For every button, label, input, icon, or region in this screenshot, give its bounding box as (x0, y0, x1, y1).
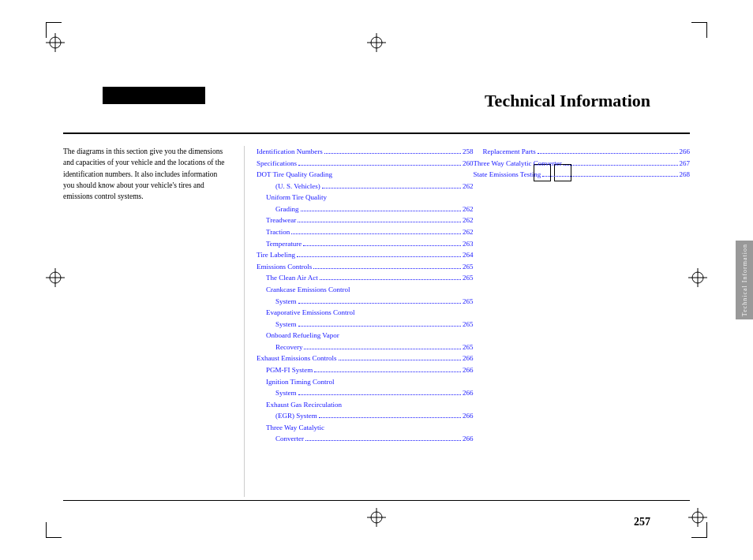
toc-page-number: 264 (463, 249, 474, 261)
toc-page-number: 266 (463, 410, 474, 422)
toc-item[interactable]: Onboard Refueling Vapor (257, 330, 474, 342)
toc-item[interactable]: Temperature263 (257, 238, 474, 250)
toc-label: Treadwear (266, 215, 296, 226)
toc-item[interactable]: Ignition Timing Control (257, 376, 474, 388)
toc-page-number: 268 (680, 169, 691, 181)
toc-page-number: 263 (463, 238, 474, 250)
toc-label: Recovery (275, 342, 302, 353)
toc-dots (303, 245, 461, 246)
toc-label: Three Way Catalytic Converter (474, 158, 562, 170)
toc-dots (298, 303, 461, 304)
toc-item[interactable]: Recovery265 (257, 342, 474, 353)
toc-label: Identification Numbers (257, 146, 323, 158)
black-rect (103, 87, 205, 104)
toc-label: Uniform Tire Quality (266, 192, 327, 203)
toc-dots (319, 417, 461, 418)
toc-page-number: 262 (463, 226, 474, 238)
toc-item[interactable]: Tire Labeling264 (257, 249, 474, 261)
toc-label: State Emissions Testing (474, 169, 541, 181)
toc-item[interactable]: Specifications260 (257, 158, 474, 170)
page: Technical Information The diagrams in th… (0, 0, 753, 560)
toc-label: Exhaust Gas Recirculation (266, 399, 342, 411)
toc-label: The Clean Air Act (266, 272, 318, 284)
toc-label: System (275, 387, 297, 399)
toc-item[interactable]: Replacement Parts266 (474, 146, 691, 158)
toc-item[interactable]: Treadwear262 (257, 215, 474, 226)
toc-dots (301, 211, 462, 211)
toc-label: Specifications (257, 158, 297, 170)
toc-label: Onboard Refueling Vapor (266, 330, 339, 342)
toc-item[interactable]: Exhaust Gas Recirculation (257, 399, 474, 411)
toc-item[interactable]: System266 (257, 387, 474, 399)
toc-label: DOT Tire Quality Grading (257, 169, 332, 181)
toc-label: System (275, 296, 297, 308)
toc-page-number: 266 (463, 364, 474, 376)
side-tab: Technical Information (736, 241, 753, 319)
toc-col-2: Replacement Parts266Three Way Catalytic … (474, 146, 691, 497)
toc-item[interactable]: The Clean Air Act265 (257, 272, 474, 284)
toc-label: (U. S. Vehicles) (275, 181, 320, 192)
toc-item[interactable]: Uniform Tire Quality (257, 192, 474, 203)
toc-dots (298, 165, 461, 166)
toc-item[interactable]: Converter266 (257, 433, 474, 445)
toc-dots (298, 222, 461, 222)
toc-label: Replacement Parts (483, 146, 536, 158)
toc-item[interactable]: Traction262 (257, 226, 474, 238)
toc-item[interactable]: System265 (257, 296, 474, 308)
main-content: The diagrams in this section give you th… (63, 146, 690, 497)
toc-item[interactable]: Exhaust Emissions Controls266 (257, 353, 474, 364)
toc-page-number: 267 (680, 158, 691, 170)
toc-label: Temperature (266, 238, 302, 250)
toc-item[interactable]: DOT Tire Quality Grading (257, 169, 474, 181)
toc-dots (298, 394, 461, 395)
toc-item[interactable]: (EGR) System266 (257, 410, 474, 422)
toc-page-number: 265 (463, 261, 474, 273)
header-rule (63, 133, 690, 134)
toc-dots (304, 349, 461, 349)
corner-mark-br-cross (688, 508, 707, 530)
toc-dots (314, 371, 461, 372)
toc-label: Exhaust Emissions Controls (257, 353, 337, 364)
toc-item[interactable]: State Emissions Testing268 (474, 169, 691, 181)
toc-label: Three Way Catalytic (266, 422, 324, 434)
header-area: Technical Information (0, 0, 753, 142)
toc-col-1: Identification Numbers258Specifications2… (257, 146, 474, 497)
toc-item[interactable]: System265 (257, 319, 474, 330)
toc-label: Ignition Timing Control (266, 376, 335, 388)
toc-label: Traction (266, 226, 290, 238)
toc-dots (313, 268, 461, 269)
toc-dots (339, 360, 461, 360)
toc-item[interactable]: Grading262 (257, 203, 474, 215)
toc-label: Evaporative Emissions Control (266, 307, 355, 319)
toc-page-number: 262 (463, 215, 474, 226)
toc-dots (320, 279, 461, 280)
side-tab-text: Technical Information (741, 244, 748, 316)
chapter-title: Technical Information (485, 91, 650, 111)
toc-label: Tire Labeling (257, 249, 295, 261)
toc-page-number: 266 (463, 387, 474, 399)
toc-dots (538, 153, 678, 154)
toc-page-number: 265 (463, 272, 474, 284)
toc-label: Crankcase Emissions Control (266, 284, 350, 296)
corner-mark-ml (46, 268, 65, 290)
page-number: 257 (634, 516, 650, 528)
toc-item[interactable]: Evaporative Emissions Control (257, 307, 474, 319)
corner-mark-bl (46, 522, 62, 538)
toc-item[interactable]: Three Way Catalytic (257, 422, 474, 434)
toc-item[interactable]: Three Way Catalytic Converter267 (474, 158, 691, 170)
toc-label: System (275, 319, 297, 330)
toc-item[interactable]: Emissions Controls265 (257, 261, 474, 273)
toc-item[interactable]: PGM-FI System266 (257, 364, 474, 376)
toc-label: PGM-FI System (266, 364, 313, 376)
toc-dots (564, 165, 678, 166)
toc-label: Converter (275, 433, 304, 445)
toc-dots (305, 440, 461, 441)
toc-page-number: 265 (463, 319, 474, 330)
toc-page-number: 266 (680, 146, 691, 158)
toc-item[interactable]: Crankcase Emissions Control (257, 284, 474, 296)
left-column: The diagrams in this section give you th… (63, 146, 245, 497)
toc-item[interactable]: (U. S. Vehicles)262 (257, 181, 474, 192)
toc-item[interactable]: Identification Numbers258 (257, 146, 474, 158)
left-column-text: The diagrams in this section give you th… (63, 146, 228, 202)
toc-area: Identification Numbers258Specifications2… (245, 146, 690, 497)
